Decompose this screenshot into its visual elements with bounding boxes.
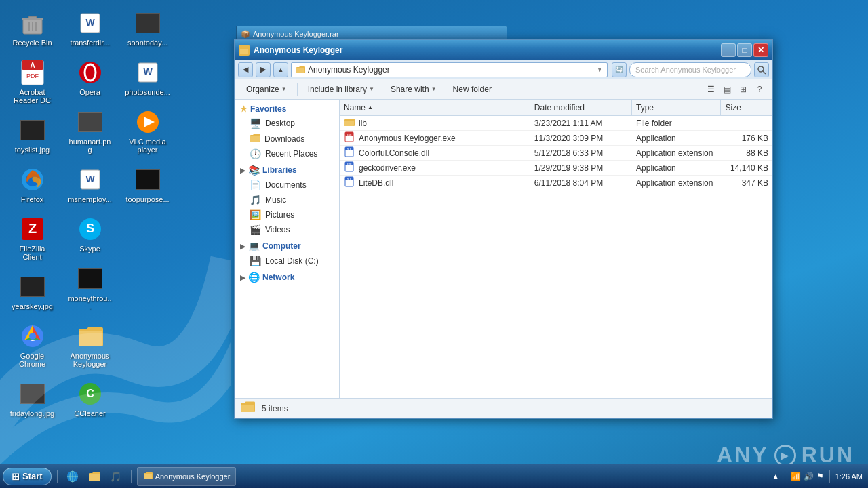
nav-item-documents[interactable]: 📄 Documents (235, 178, 339, 192)
desktop-icon-humanart[interactable]: humanart.png (64, 106, 115, 157)
star-icon: ★ (240, 104, 248, 114)
nav-item-local-disk[interactable]: 💾 Local Disk (C:) (235, 253, 339, 268)
fridaylong-label: fridaylong.jpg (10, 409, 54, 418)
quick-media-icon[interactable]: 🎵 (106, 467, 125, 486)
file-date-cell: 11/3/2020 3:09 PM (530, 134, 632, 143)
help-button[interactable]: ? (752, 82, 767, 97)
content-area: ★ Favorites 🖥️ Desktop (235, 100, 772, 398)
taskbar-item-explorer[interactable]: Anonymous Keylogger (137, 467, 237, 486)
view-details-button[interactable]: ▤ (719, 82, 734, 97)
file-name-cell: DLL Colorful.Console.dll (340, 146, 530, 159)
svg-text:EXE: EXE (347, 163, 352, 166)
desktop-icon-firefox[interactable]: Firefox (7, 163, 58, 206)
libraries-header[interactable]: ▶ 📚 Libraries (235, 163, 339, 178)
dll-icon: DLL (344, 176, 355, 189)
desktop-icon-ccleaner[interactable]: C CCleaner (64, 378, 115, 420)
col-header-size[interactable]: Size (721, 100, 772, 115)
desktop-icon-photosunde[interactable]: W photosunde... (122, 56, 173, 99)
desktop-icon-soontoday[interactable]: soontoday... (122, 7, 173, 49)
nav-item-pictures[interactable]: 🖼️ Pictures (235, 207, 339, 222)
nav-item-downloads[interactable]: Downloads (235, 131, 339, 146)
file-type-cell: Application extension (632, 148, 722, 158)
new-folder-button[interactable]: New folder (447, 82, 498, 97)
desktop-icon-msnemploy[interactable]: W msnemploy... (64, 163, 115, 206)
organize-button[interactable]: Organize ▼ (240, 82, 293, 97)
tray-volume-icon[interactable]: 🔊 (804, 472, 814, 481)
file-size-cell: 14,140 KB (722, 163, 772, 173)
tray-expand-icon[interactable]: ▲ (772, 472, 779, 480)
column-headers: Name ▲ Date modified Type Size (340, 100, 772, 116)
favorites-header[interactable]: ★ Favorites (235, 102, 339, 116)
nav-item-desktop[interactable]: 🖥️ Desktop (235, 116, 339, 131)
desktop-icon-filezilla[interactable]: Z FileZilla Client (7, 213, 58, 264)
address-dropdown-icon[interactable]: ▼ (597, 66, 603, 73)
address-field[interactable]: Anonymous Keylogger ▼ (291, 62, 608, 77)
filezilla-label: FileZilla Client (9, 245, 55, 261)
close-button[interactable]: ✕ (753, 43, 768, 57)
desktop-icon-chrome[interactable]: Google Chrome (7, 320, 58, 371)
nav-item-videos[interactable]: 🎬 Videos (235, 222, 339, 237)
desktop-icon-skype[interactable]: S Skype (64, 213, 115, 256)
desktop-icons: Recycle Bin A PDF Acrobat Reader DC toys… (0, 0, 166, 461)
forward-button[interactable]: ▶ (256, 62, 271, 77)
photosunde-icon: W (134, 59, 161, 86)
nav-item-music[interactable]: 🎵 Music (235, 192, 339, 207)
taskbar-item-label: Anonymous Keylogger (155, 472, 231, 481)
desktop-icon-fridaylong[interactable]: fridaylong.jpg (7, 378, 58, 420)
desktop-icon-toopurpose[interactable]: toopurpose... (122, 163, 173, 206)
nav-item-recent[interactable]: 🕐 Recent Places (235, 146, 339, 161)
maximize-button[interactable]: □ (737, 43, 752, 57)
col-header-date[interactable]: Date modified (530, 100, 632, 115)
tray-sep (785, 470, 785, 483)
system-clock[interactable]: 1:26 AM (835, 472, 863, 481)
table-row[interactable]: DLL LiteDB.dll 6/11/2018 8:04 PM Applica… (340, 176, 772, 190)
view-icons-button[interactable]: ⊞ (736, 82, 751, 97)
desktop-icon-moneythrou[interactable]: moneythrou... (64, 262, 115, 313)
include-library-chevron-icon: ▼ (369, 86, 374, 92)
start-button[interactable]: ⊞ Start (3, 468, 52, 485)
computer-header[interactable]: ▶ 💻 Computer (235, 239, 339, 253)
minimize-button[interactable]: _ (721, 43, 736, 57)
table-row[interactable]: EXE geckodriver.exe 1/29/2019 9:38 PM Ap… (340, 161, 772, 176)
taskbar-item-icon (143, 472, 153, 481)
view-list-button[interactable]: ☰ (703, 82, 718, 97)
desktop-icon-toyslist[interactable]: toyslist.jpg (7, 114, 58, 157)
desktop-nav-label: Desktop (265, 119, 295, 128)
refresh-button[interactable]: 🔄 (612, 62, 627, 77)
include-library-button[interactable]: Include in library ▼ (302, 82, 380, 97)
quick-folder-icon[interactable] (85, 467, 104, 486)
computer-section: ▶ 💻 Computer 💾 Local Disk (C:) (235, 239, 339, 268)
desktop-icon-opera[interactable]: Opera (64, 56, 115, 99)
organize-label: Organize (246, 85, 279, 94)
desktop-icon-recycle-bin[interactable]: Recycle Bin (7, 7, 58, 49)
desktop-icon-anonymous-keylogger[interactable]: Anonymous Keylogger (64, 320, 115, 371)
clock-time: 1:26 AM (835, 472, 863, 481)
exe-icon: EXE (344, 161, 355, 174)
file-date-cell: 3/23/2021 1:11 AM (530, 119, 632, 128)
svg-point-30 (758, 66, 764, 72)
up-button[interactable]: ▲ (273, 62, 288, 77)
title-bar-left: Anonymous Keylogger (239, 45, 342, 56)
quick-ie-icon[interactable] (63, 467, 82, 486)
desktop-icon-yearskey[interactable]: yearskey.jpg (7, 270, 58, 313)
desktop-icon-transferdir[interactable]: W transferdir... (64, 7, 115, 49)
search-field[interactable]: Search Anonymous Keylogger (629, 62, 751, 77)
table-row[interactable]: DLL Colorful.Console.dll 5/12/2018 6:33 … (340, 146, 772, 161)
svg-text:W: W (85, 174, 95, 184)
back-button[interactable]: ◀ (238, 62, 253, 77)
opera-icon (77, 59, 104, 86)
desktop-icon-vlc[interactable]: VLC media player (122, 106, 173, 157)
tray-action-center-icon[interactable]: ⚑ (816, 472, 824, 481)
rar-title-text: Anonymous Keylogger.rar (253, 30, 339, 38)
desktop-icon-acrobat[interactable]: A PDF Acrobat Reader DC (7, 56, 58, 107)
table-row[interactable]: lib 3/23/2021 1:11 AM File folder (340, 116, 772, 131)
col-header-type[interactable]: Type (632, 100, 722, 115)
network-header[interactable]: ▶ 🌐 Network (235, 270, 339, 285)
share-with-button[interactable]: Share with ▼ (384, 82, 443, 97)
toopurpose-icon (134, 166, 161, 193)
tray-network-icon[interactable]: 📶 (791, 472, 801, 481)
table-row[interactable]: EXE Anonymous Keylogger.exe 11/3/2020 3:… (340, 131, 772, 146)
music-nav-label: Music (265, 195, 286, 205)
col-header-name[interactable]: Name ▲ (340, 100, 530, 115)
search-button[interactable] (754, 62, 769, 77)
